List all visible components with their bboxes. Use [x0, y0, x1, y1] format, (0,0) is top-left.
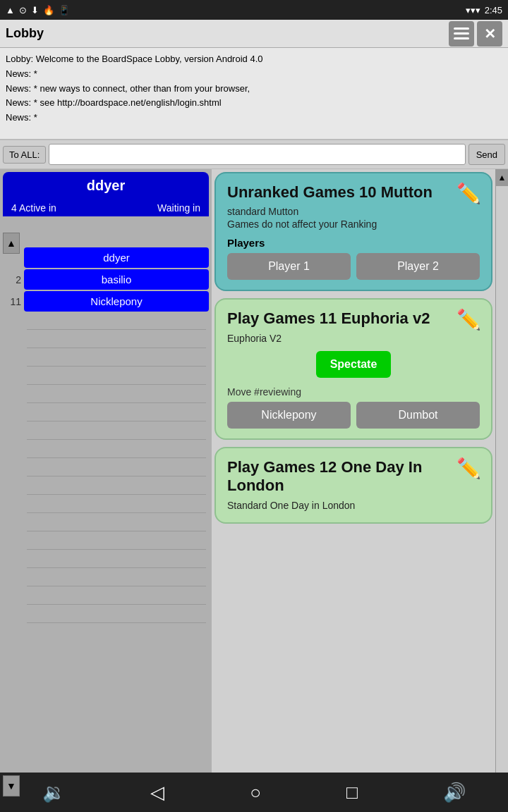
empty-row	[27, 588, 206, 605]
empty-row	[27, 313, 206, 330]
empty-row	[27, 405, 206, 422]
empty-row	[27, 570, 206, 586]
scroll-down-button[interactable]: ▼	[3, 775, 20, 796]
signal-icon: ▲	[6, 5, 15, 16]
close-button[interactable]: ✕	[477, 21, 502, 47]
player-row: 2 basilio	[3, 269, 209, 290]
volume-down-icon[interactable]: 🔉	[42, 782, 65, 804]
empty-row	[27, 478, 206, 495]
news-area: Lobby: Welcome to the BoardSpace Lobby, …	[0, 48, 508, 140]
news-line-4: News: * see http://boardspace.net/englis…	[6, 96, 502, 111]
game-card-one-day: ✏️ Play Games 12 One Day In London Stand…	[214, 447, 492, 524]
news-line-3: News: * new ways to connect, other than …	[6, 82, 502, 97]
empty-row	[27, 515, 206, 531]
waiting-label: Waiting in	[157, 202, 200, 214]
empty-row	[27, 331, 206, 348]
game-card-desc: Games do not affect your Ranking	[227, 219, 480, 230]
recents-icon[interactable]: □	[346, 782, 358, 804]
game-icon-mutton: ✏️	[456, 182, 481, 205]
game-card-euphoria: ✏️ Play Games 11 Euphoria v2 Euphoria V2…	[214, 298, 492, 439]
news-line-5: News: *	[6, 111, 502, 125]
player-slots: Player 1 Player 2	[227, 253, 480, 280]
player-button-ddyer[interactable]: ddyer	[24, 247, 209, 268]
player-number-11: 11	[3, 296, 24, 307]
players-list: ddyer 2 basilio 11 Nicklepony	[3, 221, 209, 812]
empty-row	[27, 368, 206, 385]
status-bar-left: ▲ ⊙ ⬇ 🔥 📱	[6, 5, 70, 16]
player-button-nicklepony[interactable]: Nicklepony	[24, 291, 209, 312]
home-icon[interactable]: ○	[250, 782, 261, 804]
chat-input[interactable]	[49, 144, 465, 165]
phone-icon: 📱	[59, 5, 70, 16]
game-card-mutton: ✏️ Unranked Games 10 Mutton standard Mut…	[214, 172, 492, 291]
empty-row	[27, 496, 206, 513]
volume-up-icon[interactable]: 🔊	[443, 782, 466, 804]
status-bar: ▲ ⊙ ⬇ 🔥 📱 ▾▾▾ 2:45	[0, 0, 508, 20]
empty-row	[27, 533, 206, 550]
game-player-1[interactable]: Nicklepony	[227, 402, 351, 429]
status-bar-right: ▾▾▾ 2:45	[466, 5, 502, 16]
game-card-subtitle: standard Mutton	[227, 206, 480, 217]
hamburger-icon	[454, 26, 469, 42]
game-card-title: Play Games 11 Euphoria v2	[227, 309, 480, 328]
player-slot-2[interactable]: Player 2	[356, 253, 480, 280]
player-slot-1[interactable]: Player 1	[227, 253, 351, 280]
game-icon-oneday: ✏️	[456, 457, 481, 480]
scroll-up-button[interactable]: ▲	[3, 233, 20, 254]
games-list: ✏️ Unranked Games 10 Mutton standard Mut…	[212, 169, 508, 812]
page-title: Lobby	[6, 26, 449, 41]
game-icon-euphoria: ✏️	[456, 308, 481, 331]
empty-row	[27, 423, 206, 440]
empty-row	[27, 386, 206, 403]
spectate-button[interactable]: Spectate	[316, 351, 392, 378]
news-line-1: Lobby: Welcome to the BoardSpace Lobby, …	[6, 52, 502, 67]
player-row: 11 Nicklepony	[3, 291, 209, 312]
move-reviewing-label: Move #reviewing	[227, 386, 480, 398]
right-panel: ▲ ▼ ✏️ Unranked Games 10 Mutton standard…	[212, 169, 508, 812]
players-label: Players	[227, 237, 480, 249]
game-card-title: Play Games 12 One Day In London	[227, 458, 480, 496]
bottom-navigation: 🔉 ◁ ○ □ 🔊	[0, 773, 508, 812]
game-players: Nicklepony Dumbot	[227, 402, 480, 429]
game-card-subtitle: Euphoria V2	[227, 333, 480, 344]
panel-subheader: 4 Active in Waiting in	[3, 199, 209, 216]
send-button[interactable]: Send	[468, 144, 505, 165]
empty-row	[27, 606, 206, 623]
empty-row	[27, 460, 206, 476]
chat-to-label: To ALL:	[3, 146, 46, 164]
back-icon[interactable]: ◁	[150, 782, 164, 804]
wifi-strength-icon: ▾▾▾	[466, 5, 480, 16]
player-row: ddyer	[3, 247, 209, 268]
chat-bar: To ALL: Send	[0, 140, 508, 169]
wifi-icon: ⊙	[19, 5, 27, 16]
active-count: 4 Active in	[11, 202, 56, 214]
player-button-basilio[interactable]: basilio	[24, 269, 209, 290]
game-card-title: Unranked Games 10 Mutton	[227, 183, 480, 202]
empty-row	[27, 350, 206, 367]
empty-row	[27, 551, 206, 568]
player-number-2: 2	[3, 274, 24, 285]
title-bar: Lobby ✕	[0, 20, 508, 48]
menu-button[interactable]	[449, 21, 474, 47]
time-display: 2:45	[485, 5, 502, 16]
main-content: ddyer 4 Active in Waiting in ▲ ddyer 2 b…	[0, 169, 508, 812]
news-line-2: News: *	[6, 67, 502, 82]
game-card-subtitle: Standard One Day in London	[227, 500, 480, 511]
browser-icon: 🔥	[43, 5, 54, 16]
scroll-up-arrow[interactable]: ▲	[496, 169, 509, 186]
scroll-track	[496, 186, 509, 812]
current-user-label: ddyer	[3, 172, 209, 199]
right-scrollbar[interactable]: ▲ ▼	[495, 169, 508, 812]
empty-row	[27, 441, 206, 458]
left-panel: ddyer 4 Active in Waiting in ▲ ddyer 2 b…	[0, 169, 212, 812]
game-player-2[interactable]: Dumbot	[356, 402, 480, 429]
download-icon: ⬇	[31, 5, 39, 16]
